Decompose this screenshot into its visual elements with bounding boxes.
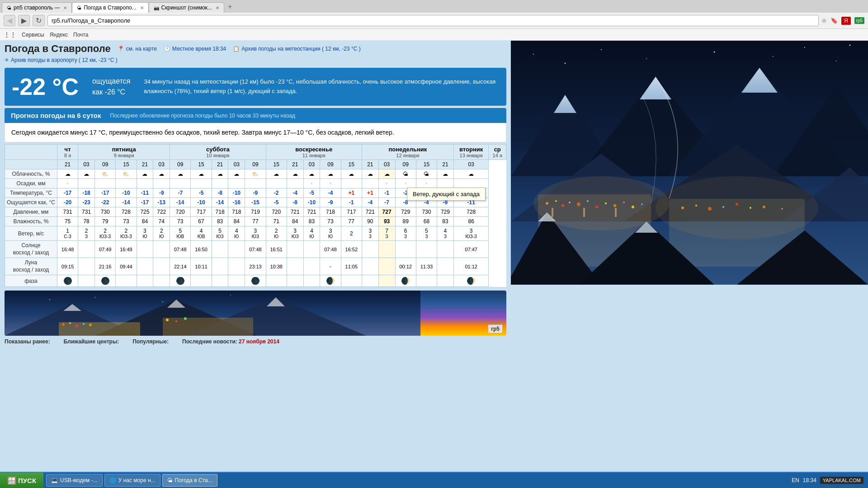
- tab-1[interactable]: 🌤 рп5 ставрополь — ✕: [2, 2, 72, 13]
- moon-row: Лунавосход / заход 09:15 21:16 09:44 22:…: [5, 258, 506, 275]
- svg-point-11: [69, 322, 71, 324]
- star-icon[interactable]: ☆: [821, 17, 827, 24]
- tab3-favicon: 📷: [154, 5, 159, 10]
- ph9: [212, 275, 228, 287]
- c5: ☁: [137, 169, 153, 179]
- user-icon[interactable]: Я: [841, 17, 851, 25]
- bookmark-services[interactable]: Сервисы: [22, 32, 44, 38]
- c17: ☁: [362, 169, 378, 179]
- pr8: 717: [191, 207, 212, 217]
- sun4: 16:49: [116, 241, 137, 258]
- f8: -10: [191, 198, 212, 207]
- new-tab-button[interactable]: +: [224, 1, 236, 13]
- tab-bar: 🌤 рп5 ставрополь — ✕ 🌤 Погода в Ставропо…: [0, 0, 868, 13]
- day-wed: ср 14 я: [489, 145, 506, 160]
- archive-airport-link[interactable]: ✈ Архив погоды в аэропорту ( 12 км, -23 …: [5, 57, 506, 63]
- shown-before-title: Показаны ранее:: [5, 338, 50, 345]
- phase-row: фаза 🌑 🌑 🌑 🌑: [5, 275, 506, 287]
- address-bar[interactable]: [47, 15, 819, 26]
- rp5-watermark: rp5: [488, 324, 503, 333]
- h4: 73: [116, 217, 137, 226]
- apps-icon: ⋮⋮: [4, 31, 16, 38]
- tab2-close[interactable]: ✕: [140, 5, 144, 10]
- h17: 90: [362, 217, 378, 226]
- w9: 5ЮЗ: [212, 226, 228, 241]
- tab-3[interactable]: 📷 Скриншот (снимок... ✕: [149, 2, 224, 13]
- svg-point-15: [166, 319, 169, 321]
- refresh-button[interactable]: ↻: [33, 15, 45, 26]
- c10: ☁: [228, 169, 245, 179]
- sun17: [362, 241, 378, 258]
- pr19: 729: [395, 207, 416, 217]
- news-title: Последние новости: 27 ноября 2014: [182, 338, 279, 345]
- bookmark-yandex[interactable]: Яндекс: [50, 32, 68, 38]
- archive-meteo-link[interactable]: 📋 Архив погоды на метеостанции ( 12 км, …: [233, 46, 360, 52]
- side-mountain-svg: [511, 41, 868, 285]
- tab3-close[interactable]: ✕: [216, 5, 219, 10]
- extension-icon[interactable]: rp5: [854, 17, 864, 24]
- footer-links: Показаны ранее: Ближайшие центры: Популя…: [5, 338, 506, 345]
- tab1-label: рп5 ставрополь —: [14, 5, 60, 11]
- forecast-header: Прогноз погоды на 6 суток Последнее обно…: [5, 108, 506, 123]
- moon11: 23:13: [245, 258, 266, 275]
- t03a: 03: [78, 160, 95, 169]
- ph20: [416, 275, 437, 287]
- local-time-link[interactable]: 🕐 Местное время 18:34: [164, 46, 226, 52]
- back-button[interactable]: ◀: [4, 15, 15, 26]
- h16: 77: [341, 217, 362, 226]
- precip-label: Осадки, мм: [5, 179, 57, 188]
- pr14: 721: [303, 207, 320, 217]
- w10: 4Ю: [228, 226, 245, 241]
- bookmark-icon[interactable]: 🔖: [830, 17, 838, 24]
- moon10: [228, 258, 245, 275]
- usb-icon: 💻: [51, 477, 58, 483]
- bookmarks-bar: ⋮⋮ Сервисы Яндекс Почта: [0, 29, 868, 41]
- t21: 21: [57, 160, 78, 169]
- h15: 73: [320, 217, 341, 226]
- sun14: [303, 241, 320, 258]
- tab-2[interactable]: 🌤 Погода в Ставропо... ✕: [72, 2, 148, 13]
- f17: -4: [362, 198, 378, 207]
- page-wrapper: Погода в Ставрополе 📍 см. на карте 🕐 Мес…: [0, 41, 868, 347]
- mountain-svg: [5, 291, 420, 336]
- tab1-close[interactable]: ✕: [63, 5, 67, 10]
- bookmark-mail[interactable]: Почта: [73, 32, 88, 38]
- sun3: 07:49: [95, 241, 116, 258]
- w16: 2: [341, 226, 362, 241]
- pr10: 718: [228, 207, 245, 217]
- moon17: [362, 258, 378, 275]
- windows-icon: 🪟: [7, 476, 16, 485]
- c15: ☁: [320, 169, 341, 179]
- h13: 84: [287, 217, 303, 226]
- nav-bar: ◀ ▶ ↻ ☆ 🔖 Я rp5: [0, 13, 868, 29]
- w6: 2Ю: [153, 226, 170, 241]
- svg-point-1: [49, 299, 50, 300]
- pr9: 718: [212, 207, 228, 217]
- start-button[interactable]: 🪟 ПУСК: [0, 473, 43, 488]
- summary-text: Сегодня ожидается минус 17 °С, преимущес…: [5, 123, 506, 142]
- sun7: 07:48: [170, 241, 191, 258]
- clock-icon: 🕐: [164, 46, 170, 52]
- pr7: 720: [170, 207, 191, 217]
- shown-before-section: Показаны ранее:: [5, 338, 50, 345]
- taskbar-item-browser1[interactable]: 🌐 У нас море н...: [104, 474, 160, 487]
- f13: -8: [287, 198, 303, 207]
- taskbar-item-browser2[interactable]: 🌤 Погода в Ста...: [162, 474, 217, 487]
- page-title: Погода в Ставрополе: [5, 43, 111, 55]
- day-thu: чт 8 я: [57, 145, 78, 160]
- forward-button[interactable]: ▶: [18, 15, 30, 26]
- f3: -22: [95, 198, 116, 207]
- taskbar-item-usb[interactable]: 💻 USB-модем -...: [46, 474, 103, 487]
- pressure-row: Давление, мм 731 731 730 728 725 722 720…: [5, 207, 506, 217]
- p14: ·: [303, 179, 320, 188]
- f15: -9: [320, 198, 341, 207]
- t21c: 21: [287, 160, 303, 169]
- ph18: [378, 275, 395, 287]
- map-link[interactable]: 📍 см. на карте: [118, 46, 157, 52]
- w8: 4ЮВ: [191, 226, 212, 241]
- c13: ☁: [287, 169, 303, 179]
- moon1: 09:15: [57, 258, 78, 275]
- moon13: [287, 258, 303, 275]
- browser1-icon: 🌐: [109, 477, 116, 483]
- h8: 67: [191, 217, 212, 226]
